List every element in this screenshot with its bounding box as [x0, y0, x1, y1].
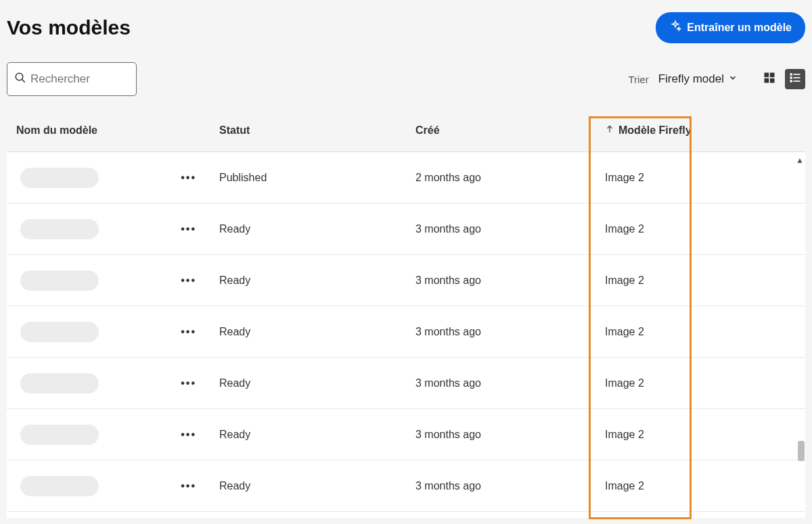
- cell-created: 3 months ago: [406, 465, 595, 507]
- more-actions-button[interactable]: •••: [181, 275, 196, 287]
- table-row[interactable]: •••Ready3 months agoImage 2: [7, 460, 805, 512]
- train-model-button[interactable]: Entraîner un modèle: [656, 12, 805, 43]
- page-title: Vos modèles: [7, 16, 131, 39]
- model-name-placeholder: [20, 322, 99, 342]
- cell-created: 3 months ago: [406, 414, 595, 456]
- cell-status: Ready: [210, 414, 406, 456]
- svg-rect-9: [794, 77, 800, 78]
- table-row[interactable]: •••Ready3 months agoImage 2: [7, 255, 805, 306]
- svg-rect-7: [794, 74, 800, 75]
- cell-model: Image 2: [595, 208, 792, 250]
- table-row[interactable]: •••Ready3 months agoImage 2: [7, 409, 805, 460]
- cell-status: Ready: [210, 260, 406, 302]
- cell-status: Ready: [210, 208, 406, 250]
- svg-rect-11: [794, 80, 800, 82]
- cell-model: Image 2: [595, 157, 792, 199]
- table-header: Nom du modèle Statut Créé Modèle Firefly: [7, 110, 805, 152]
- table-row[interactable]: •••Ready3 months agoImage 2: [7, 358, 805, 409]
- grid-icon: [763, 71, 776, 87]
- cell-model: Image 2: [595, 465, 792, 507]
- more-actions-button[interactable]: •••: [181, 223, 196, 235]
- more-actions-button[interactable]: •••: [181, 326, 196, 338]
- cell-created: 3 months ago: [406, 208, 595, 250]
- cell-status: Ready: [210, 311, 406, 353]
- sparkle-icon: [669, 20, 681, 35]
- model-name-placeholder: [20, 373, 99, 394]
- sort-select[interactable]: Firefly model: [658, 72, 738, 86]
- svg-rect-10: [790, 80, 792, 82]
- cell-status: Ready: [210, 362, 406, 404]
- more-actions-button[interactable]: •••: [181, 480, 196, 492]
- search-input[interactable]: [30, 72, 129, 86]
- model-name-placeholder: [20, 270, 99, 291]
- table-row[interactable]: •••Ready3 months agoImage 2: [7, 204, 805, 255]
- cell-model: Image 2: [595, 414, 792, 456]
- table-row[interactable]: •••Published2 months agoImage 2: [7, 152, 805, 204]
- svg-rect-5: [770, 78, 775, 83]
- sort-arrow-up-icon: [605, 124, 614, 137]
- model-name-placeholder: [20, 476, 99, 496]
- svg-rect-6: [790, 73, 792, 75]
- svg-rect-3: [770, 73, 775, 78]
- model-name-placeholder: [20, 219, 99, 239]
- scroll-up-arrow[interactable]: ▲: [796, 156, 804, 165]
- list-icon: [788, 71, 802, 87]
- scrollbar-thumb[interactable]: [798, 441, 805, 461]
- col-header-created[interactable]: Créé: [406, 110, 595, 151]
- svg-rect-2: [765, 73, 769, 78]
- cell-created: 2 months ago: [406, 157, 595, 199]
- table-body: •••Published2 months agoImage 2•••Ready3…: [7, 152, 805, 514]
- sort-value: Firefly model: [658, 72, 724, 86]
- cell-created: 3 months ago: [406, 311, 595, 353]
- search-box[interactable]: [7, 62, 137, 96]
- svg-rect-4: [765, 78, 769, 83]
- cell-model: Image 2: [595, 260, 792, 302]
- cell-created: 3 months ago: [406, 362, 595, 404]
- col-header-name[interactable]: Nom du modèle: [7, 110, 210, 151]
- svg-point-0: [16, 73, 23, 80]
- more-actions-button[interactable]: •••: [181, 429, 196, 441]
- grid-view-button[interactable]: [759, 69, 780, 89]
- cell-status: Published: [210, 157, 406, 199]
- cell-model: Image 2: [595, 362, 792, 404]
- col-header-model[interactable]: Modèle Firefly: [595, 110, 792, 151]
- svg-rect-8: [790, 76, 792, 78]
- svg-line-1: [22, 79, 25, 82]
- chevron-down-icon: [728, 72, 738, 86]
- more-actions-button[interactable]: •••: [181, 377, 196, 389]
- cell-status: Ready: [210, 465, 406, 507]
- more-actions-button[interactable]: •••: [181, 172, 196, 184]
- model-name-placeholder: [20, 168, 99, 188]
- search-icon: [14, 72, 26, 87]
- col-header-model-label: Modèle Firefly: [618, 124, 692, 137]
- cell-created: 3 months ago: [406, 260, 595, 302]
- models-table: Nom du modèle Statut Créé Modèle Firefly…: [7, 110, 805, 518]
- sort-label: Trier: [628, 74, 648, 85]
- col-header-status[interactable]: Statut: [210, 110, 406, 151]
- list-view-button[interactable]: [785, 69, 805, 89]
- model-name-placeholder: [20, 425, 99, 445]
- cell-model: Image 2: [595, 311, 792, 353]
- table-row[interactable]: •••Ready3 months agoImage 2: [7, 306, 805, 358]
- train-model-label: Entraîner un modèle: [687, 22, 792, 34]
